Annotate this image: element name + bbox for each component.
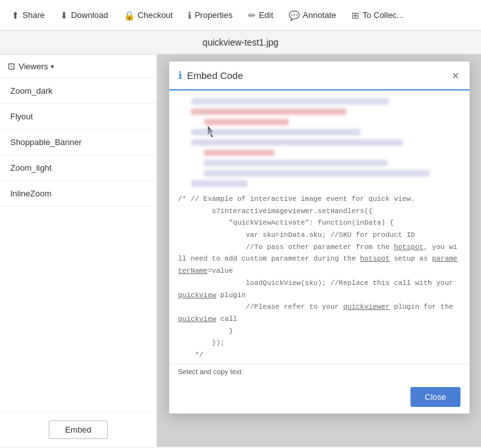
chevron-down-icon: ▾ xyxy=(51,63,54,70)
sidebar-item-zoom-dark[interactable]: Zoom_dark xyxy=(0,78,156,104)
toolbar-properties-label: Properties xyxy=(194,10,232,20)
embed-button[interactable]: Embed xyxy=(49,420,107,439)
sidebar-item-zoom-light[interactable]: Zoom_light xyxy=(0,155,156,181)
toolbar-edit[interactable]: ✏ Edit xyxy=(242,6,280,24)
sidebar-header[interactable]: ⊡ Viewers ▾ xyxy=(0,55,156,78)
modal-header: ℹ Embed Code × xyxy=(169,62,469,90)
share-icon: ⬆ xyxy=(12,10,19,21)
lock-icon: 🔒 xyxy=(124,10,135,21)
toolbar-checkout[interactable]: 🔒 Checkout xyxy=(117,6,180,24)
sidebar-header-label: Viewers xyxy=(19,62,48,71)
info-icon: ℹ xyxy=(188,10,191,21)
modal-footer: Select and copy text xyxy=(169,363,469,381)
copy-hint: Select and copy text xyxy=(178,368,242,375)
toolbar-tocollect[interactable]: ⊞ To Collec... xyxy=(345,6,410,24)
toolbar-edit-label: Edit xyxy=(259,10,273,20)
annotate-icon: 💬 xyxy=(289,10,300,21)
embed-code-modal: ℹ Embed Code × xyxy=(169,61,470,414)
toolbar-tocollect-label: To Collec... xyxy=(362,10,403,20)
embed-code-text: /* // Example of interactive image event… xyxy=(178,193,460,363)
modal-close-action-button[interactable]: Close xyxy=(410,387,460,407)
edit-icon: ✏ xyxy=(248,10,256,21)
toolbar-share-label: Share xyxy=(22,10,45,20)
toolbar-annotate[interactable]: 💬 Annotate xyxy=(282,6,342,24)
main-content: ⊡ Viewers ▾ Zoom_dark Flyout Shoppable_B… xyxy=(0,55,481,447)
sidebar-item-inlinezoom[interactable]: InlineZoom xyxy=(0,181,156,207)
page-title: quickview-test1.jpg xyxy=(203,37,278,47)
download-icon: ⬇ xyxy=(60,10,68,21)
toolbar-share[interactable]: ⬆ Share xyxy=(5,6,51,24)
blurred-code-preview xyxy=(178,98,460,187)
modal-close-button[interactable]: × xyxy=(451,70,460,82)
right-area: ℹ Embed Code × xyxy=(157,55,481,447)
collect-icon: ⊞ xyxy=(351,10,359,21)
toolbar-annotate-label: Annotate xyxy=(303,10,336,20)
toolbar-properties[interactable]: ℹ Properties xyxy=(181,6,239,24)
toolbar-checkout-label: Checkout xyxy=(138,10,173,20)
toolbar-download-label: Download xyxy=(71,10,108,20)
modal-actions: Close xyxy=(169,381,469,413)
toolbar-download[interactable]: ⬇ Download xyxy=(54,6,115,24)
viewers-icon: ⊡ xyxy=(8,61,15,71)
sidebar-item-shoppable-banner[interactable]: Shoppable_Banner xyxy=(0,130,156,155)
toolbar: ⬆ Share ⬇ Download 🔒 Checkout ℹ Properti… xyxy=(0,0,481,31)
sidebar: ⊡ Viewers ▾ Zoom_dark Flyout Shoppable_B… xyxy=(0,55,157,447)
modal-info-icon: ℹ xyxy=(178,69,182,82)
modal-body[interactable]: /* // Example of interactive image event… xyxy=(169,90,469,363)
title-bar: quickview-test1.jpg xyxy=(0,31,481,55)
modal-title: Embed Code xyxy=(187,70,451,81)
sidebar-footer: Embed xyxy=(0,412,156,447)
sidebar-items-list: Zoom_dark Flyout Shoppable_Banner Zoom_l… xyxy=(0,78,156,412)
sidebar-item-flyout[interactable]: Flyout xyxy=(0,104,156,130)
modal-overlay: ℹ Embed Code × xyxy=(157,55,481,447)
